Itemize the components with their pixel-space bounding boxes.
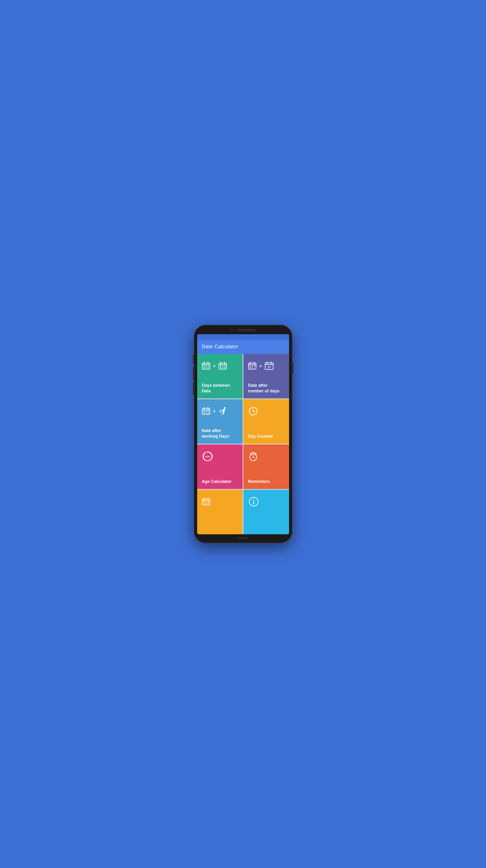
grid-item-day-counter[interactable]: Day Counter (244, 399, 289, 444)
grid-item-days-between[interactable]: + D (197, 354, 243, 399)
svg-rect-18 (222, 367, 223, 368)
grid-item-age-calculator[interactable]: AGE Age Calculator (197, 444, 243, 489)
svg-rect-17 (220, 367, 221, 368)
earpiece-speaker (237, 329, 256, 331)
svg-point-72 (253, 499, 254, 500)
svg-rect-5 (205, 366, 206, 367)
phone-wrapper: Date Calculator (194, 320, 292, 548)
svg-rect-14 (220, 366, 221, 367)
calendar-icon-5 (202, 407, 210, 415)
svg-rect-39 (205, 411, 206, 412)
volume-down-button (193, 367, 194, 380)
info-icon (248, 496, 259, 507)
svg-rect-8 (205, 367, 206, 368)
item-icons-date-after-working: + (202, 405, 227, 421)
svg-rect-40 (208, 411, 209, 412)
home-button[interactable] (237, 537, 249, 539)
app-header: Date Calculator (197, 340, 289, 354)
svg-rect-43 (208, 412, 209, 413)
svg-rect-9 (208, 367, 209, 368)
label-days-between: Days between Date (202, 383, 238, 394)
item-icons-day-counter (248, 405, 258, 421)
label-reminders: Reminders (248, 479, 270, 484)
calendar-17-icon: 17 (265, 362, 273, 370)
svg-rect-15 (222, 366, 223, 367)
svg-rect-6 (208, 366, 209, 367)
item-icons-info (248, 495, 259, 512)
phone-bottom-bar (197, 537, 289, 539)
svg-rect-38 (203, 411, 204, 412)
phone-outer: Date Calculator (194, 325, 292, 543)
age-icon: AGE (202, 451, 213, 462)
grid-item-calendar[interactable] (197, 490, 243, 534)
svg-rect-19 (224, 367, 225, 368)
history-clock-icon (248, 406, 258, 416)
phone-screen: Date Calculator (197, 334, 289, 534)
svg-rect-41 (203, 412, 204, 413)
front-camera (231, 329, 233, 331)
item-icons-reminders (248, 450, 258, 466)
grid-item-date-after-working[interactable]: + (197, 399, 243, 444)
svg-rect-28 (252, 367, 253, 368)
label-age-calculator: Age Calculator (202, 479, 232, 484)
main-grid: + D (197, 354, 289, 534)
power-button (292, 362, 293, 374)
svg-rect-24 (250, 366, 251, 367)
svg-text:AGE: AGE (205, 455, 209, 458)
status-bar (197, 334, 289, 340)
calendar-icon-1 (202, 362, 210, 370)
svg-point-44 (224, 407, 226, 409)
phone-top-bar (197, 329, 289, 331)
volume-up-button (193, 355, 194, 364)
svg-rect-7 (203, 367, 204, 368)
svg-rect-26 (254, 366, 255, 367)
svg-rect-4 (203, 366, 204, 367)
running-person-icon (219, 407, 227, 415)
svg-rect-68 (205, 503, 206, 504)
label-date-after-days: Date afternumber of days (248, 383, 280, 394)
svg-text:17: 17 (267, 366, 271, 369)
silent-button (193, 382, 194, 395)
svg-rect-27 (250, 367, 251, 368)
plus-icon-3: + (213, 408, 216, 414)
svg-rect-67 (203, 503, 204, 504)
grid-item-info[interactable] (244, 490, 289, 534)
item-icons-days-between: + (202, 360, 227, 376)
item-icons-calendar (202, 495, 210, 512)
label-day-counter: Day Counter (248, 434, 273, 439)
calendar-icon-2 (219, 362, 227, 370)
app-title: Date Calculator (202, 344, 238, 349)
alarm-icon (248, 451, 258, 462)
svg-rect-66 (208, 501, 209, 502)
calendar-icon-yellow (202, 497, 210, 506)
svg-point-51 (253, 411, 254, 412)
item-icons-date-after-days: + 17 (248, 360, 273, 376)
calendar-icon-3 (248, 362, 257, 370)
plus-icon-2: + (259, 363, 262, 369)
grid-item-date-after-days[interactable]: + 17 Date afternumber of days (244, 354, 289, 399)
svg-rect-69 (208, 503, 209, 504)
item-icons-age: AGE (202, 450, 213, 466)
svg-rect-65 (205, 501, 206, 502)
svg-rect-42 (205, 412, 206, 413)
label-date-after-working: Date after working Days (202, 428, 238, 439)
svg-rect-16 (224, 366, 225, 367)
svg-rect-64 (203, 501, 204, 502)
grid-item-reminders[interactable]: Reminders (244, 444, 289, 489)
svg-point-57 (253, 457, 254, 458)
plus-icon-1: + (213, 363, 216, 369)
svg-rect-25 (252, 366, 253, 367)
